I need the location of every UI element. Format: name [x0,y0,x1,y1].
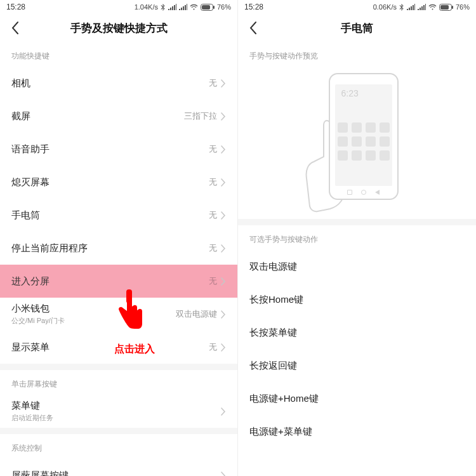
row-value: 无 [209,275,217,287]
row-label: 截屏 [11,110,30,122]
shortcut-row[interactable]: 停止当前应用程序无 [0,232,237,265]
status-netspeed: 0.06K/s [373,3,397,11]
gesture-option[interactable]: 长按Home键 [238,283,476,316]
section-header-tap: 单击屏幕按键 [0,370,237,395]
gesture-preview: 6:23 [238,67,476,219]
row-value: 无 [209,242,217,254]
tapkey-row[interactable]: 菜单键启动近期任务 [0,395,237,428]
gesture-option[interactable]: 长按菜单键 [238,316,476,349]
app-grid-icon [335,122,392,161]
phone-navbar-icon [330,188,397,196]
shortcut-row[interactable]: 显示菜单无 [0,331,237,364]
status-battery: 76% [456,3,470,11]
svg-rect-5 [440,5,449,10]
status-netspeed: 1.04K/s [135,3,158,11]
page-title: 手电筒 [243,21,471,36]
section-header-shortcuts: 功能快捷键 [0,42,237,67]
section-header-preview: 手势与按键动作预览 [238,42,476,67]
chevron-right-icon [221,343,226,352]
chevron-right-icon [221,244,226,253]
row-value: 无 [209,77,217,89]
status-bar: 15:28 1.04K/s 76% [0,0,237,14]
row-value: 双击电源键 [176,308,217,320]
section-header-system: 系统控制 [0,434,237,459]
row-label: 相机 [11,77,30,89]
shortcut-row[interactable]: 手电筒无 [0,199,237,232]
status-bar: 15:28 0.06K/s 76% [238,0,476,14]
signal-icon [407,4,415,10]
bluetooth-icon [161,4,166,11]
screen-shortcuts: 15:28 1.04K/s 76% 手势及按键快捷方式 功能快捷键 相机无截屏三… [0,0,238,476]
svg-rect-1 [202,5,210,10]
option-label: 长按菜单键 [249,327,297,339]
signal-icon [168,4,176,10]
chevron-right-icon [221,178,226,187]
option-label: 长按Home键 [249,294,303,306]
row-label: 手电筒 [11,209,40,221]
chevron-right-icon [221,211,226,220]
row-label: 语音助手 [11,143,50,155]
wifi-icon [190,4,198,10]
navbar: 手电筒 [238,14,476,42]
status-right: 0.06K/s 76% [373,3,470,11]
battery-icon [439,4,453,11]
navbar: 手势及按键快捷方式 [0,14,237,42]
row-label: 显示菜单 [11,341,50,354]
chevron-right-icon [221,112,226,121]
signal2-icon [418,4,426,10]
status-right: 1.04K/s 76% [135,3,231,11]
shortcut-row[interactable]: 语音助手无 [0,133,237,166]
chevron-right-icon [221,407,226,416]
page-title: 手势及按键快捷方式 [5,21,232,36]
battery-icon [201,4,215,11]
signal2-icon [179,4,187,10]
screen-flashlight: 15:28 0.06K/s 76% 手电筒 手势与按键动作预览 [238,0,476,476]
phone-outline-icon: 6:23 [329,73,399,200]
row-value: 无 [209,176,217,188]
chevron-right-icon [221,277,226,286]
wifi-icon [428,4,437,10]
section-header-actions: 可选手势与按键动作 [238,225,476,250]
shortcut-row[interactable]: 相机无 [0,67,237,100]
option-label: 长按返回键 [249,360,297,372]
shortcut-row[interactable]: 小米钱包公交/Mi Pay/门卡双击电源键 [0,298,237,331]
svg-rect-2 [213,6,215,9]
row-value: 无 [209,341,217,353]
phone-clock: 6:23 [341,88,359,98]
row-label: 屏蔽屏幕按键 [11,470,69,477]
option-label: 双击电源键 [249,261,297,273]
row-value: 无 [209,143,217,155]
row-value: 三指下拉 [184,110,217,122]
row-label: 熄灭屏幕 [11,176,50,188]
row-sublabel: 公交/Mi Pay/门卡 [11,316,65,326]
svg-rect-6 [452,6,453,9]
status-battery: 76% [217,3,231,11]
chevron-right-icon [221,310,226,319]
bluetooth-icon [399,4,404,11]
row-label: 停止当前应用程序 [11,242,88,255]
row-label: 菜单键 [11,400,53,412]
shortcut-row[interactable]: 截屏三指下拉 [0,100,237,133]
gesture-option[interactable]: 长按返回键 [238,349,476,382]
gesture-option[interactable]: 电源键+菜单键 [238,415,476,448]
row-sublabel: 启动近期任务 [11,413,53,423]
row-label: 小米钱包 [11,303,65,315]
chevron-right-icon [221,145,226,154]
chevron-right-icon [221,79,226,88]
status-time: 15:28 [244,3,263,11]
gesture-option[interactable]: 电源键+Home键 [238,382,476,415]
option-label: 电源键+菜单键 [249,426,312,438]
row-value: 无 [209,209,217,221]
row-label: 进入分屏 [11,275,50,288]
shortcut-row[interactable]: 熄灭屏幕无 [0,166,237,199]
section-divider [0,364,237,370]
section-divider [0,428,237,434]
section-divider [238,219,476,225]
gesture-option[interactable]: 双击电源键 [238,250,476,283]
system-row[interactable]: 屏蔽屏幕按键 [0,459,237,476]
shortcut-row[interactable]: 进入分屏无 [0,265,237,298]
status-time: 15:28 [6,3,25,11]
option-label: 电源键+Home键 [249,393,319,405]
chevron-right-icon [221,472,226,477]
